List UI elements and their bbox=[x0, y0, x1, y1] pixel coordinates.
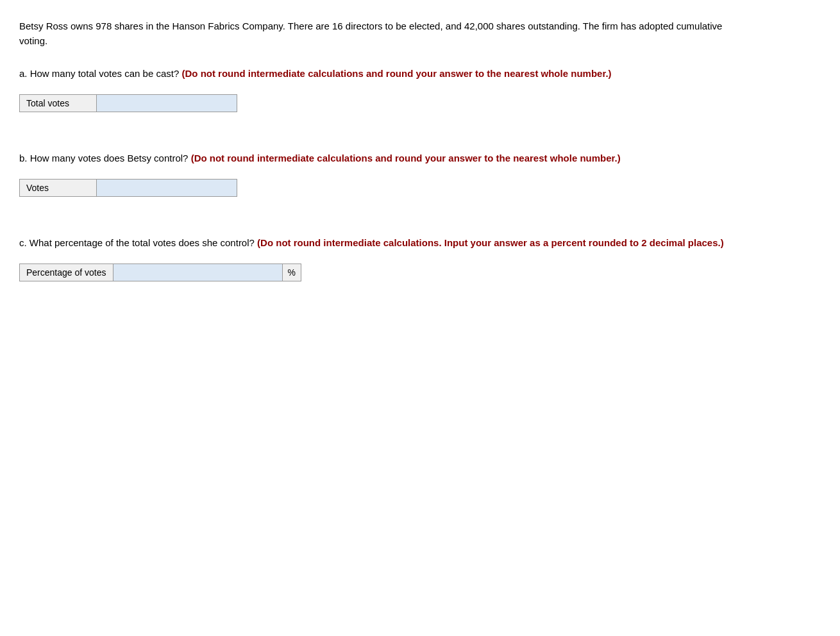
question-b-emphasis: (Do not round intermediate calculations … bbox=[191, 153, 621, 163]
percentage-votes-input-row: Percentage of votes % bbox=[19, 264, 301, 281]
question-a-text: a. How many total votes can be cast? (Do… bbox=[19, 66, 725, 81]
question-a-emphasis: (Do not round intermediate calculations … bbox=[181, 68, 611, 79]
total-votes-input-row: Total votes bbox=[19, 94, 237, 112]
total-votes-label: Total votes bbox=[20, 95, 97, 112]
question-c-label: c. bbox=[19, 237, 27, 248]
question-c-block: c. What percentage of the total votes do… bbox=[19, 235, 821, 281]
question-a-block: a. How many total votes can be cast? (Do… bbox=[19, 66, 821, 112]
question-b-label: b. bbox=[19, 153, 28, 163]
question-b-static: How many votes does Betsy control? bbox=[28, 153, 191, 163]
question-c-static: What percentage of the total votes does … bbox=[27, 237, 257, 248]
intro-paragraph: Betsy Ross owns 978 shares in the Hanson… bbox=[19, 19, 725, 48]
question-b-block: b. How many votes does Betsy control? (D… bbox=[19, 151, 821, 197]
question-b-text: b. How many votes does Betsy control? (D… bbox=[19, 151, 725, 166]
percentage-votes-input[interactable] bbox=[113, 264, 282, 281]
question-a-label: a. bbox=[19, 68, 28, 79]
votes-label: Votes bbox=[20, 180, 97, 196]
question-c-emphasis: (Do not round intermediate calculations.… bbox=[257, 237, 724, 248]
total-votes-input[interactable] bbox=[97, 95, 237, 112]
percentage-votes-label: Percentage of votes bbox=[20, 264, 113, 281]
question-a-static: How many total votes can be cast? bbox=[28, 68, 182, 79]
question-c-text: c. What percentage of the total votes do… bbox=[19, 235, 725, 251]
percentage-suffix: % bbox=[282, 264, 301, 281]
votes-input[interactable] bbox=[97, 180, 237, 196]
votes-input-row: Votes bbox=[19, 179, 237, 197]
